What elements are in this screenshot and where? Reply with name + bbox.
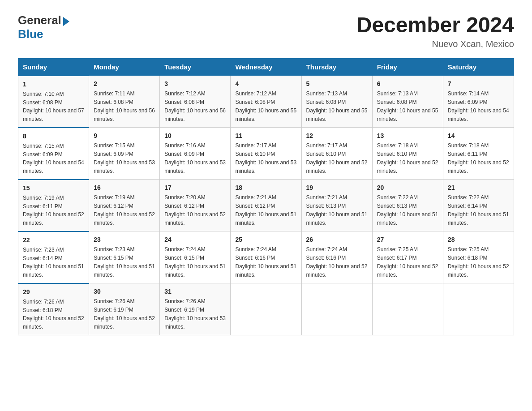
day-number: 27 (377, 235, 438, 244)
calendar-cell: 12Sunrise: 7:17 AMSunset: 6:10 PMDayligh… (301, 128, 372, 180)
calendar-cell: 13Sunrise: 7:18 AMSunset: 6:10 PMDayligh… (372, 128, 443, 180)
calendar-cell: 10Sunrise: 7:16 AMSunset: 6:09 PMDayligh… (160, 128, 231, 180)
column-header-saturday: Saturday (443, 58, 514, 76)
day-number: 17 (164, 183, 226, 193)
day-number: 8 (23, 132, 84, 141)
day-info: Sunrise: 7:12 AMSunset: 6:08 PMDaylight:… (164, 90, 226, 122)
day-info: Sunrise: 7:26 AMSunset: 6:19 PMDaylight:… (94, 298, 155, 330)
day-info: Sunrise: 7:19 AMSunset: 6:11 PMDaylight:… (23, 195, 84, 226)
calendar-week-row: 22Sunrise: 7:23 AMSunset: 6:14 PMDayligh… (18, 231, 514, 283)
day-info: Sunrise: 7:23 AMSunset: 6:14 PMDaylight:… (23, 247, 84, 278)
day-info: Sunrise: 7:24 AMSunset: 6:16 PMDaylight:… (235, 246, 296, 278)
calendar-cell: 28Sunrise: 7:25 AMSunset: 6:18 PMDayligh… (443, 231, 514, 283)
day-number: 11 (235, 131, 296, 141)
day-number: 9 (94, 131, 155, 141)
day-info: Sunrise: 7:15 AMSunset: 6:09 PMDaylight:… (23, 143, 84, 174)
calendar-cell: 3Sunrise: 7:12 AMSunset: 6:08 PMDaylight… (160, 76, 231, 128)
day-info: Sunrise: 7:16 AMSunset: 6:09 PMDaylight:… (164, 142, 226, 174)
calendar-cell: 24Sunrise: 7:24 AMSunset: 6:15 PMDayligh… (160, 231, 231, 283)
day-info: Sunrise: 7:25 AMSunset: 6:18 PMDaylight:… (448, 246, 509, 278)
day-info: Sunrise: 7:22 AMSunset: 6:14 PMDaylight:… (448, 194, 509, 226)
calendar-table: SundayMondayTuesdayWednesdayThursdayFrid… (18, 58, 514, 335)
day-number: 15 (23, 184, 84, 193)
calendar-cell: 26Sunrise: 7:24 AMSunset: 6:16 PMDayligh… (301, 231, 372, 283)
day-number: 24 (164, 235, 226, 244)
calendar-cell: 6Sunrise: 7:13 AMSunset: 6:08 PMDaylight… (372, 76, 443, 128)
day-number: 14 (448, 131, 509, 141)
column-header-monday: Monday (89, 58, 160, 76)
day-number: 5 (306, 79, 368, 89)
calendar-cell: 4Sunrise: 7:12 AMSunset: 6:08 PMDaylight… (231, 76, 301, 128)
day-info: Sunrise: 7:17 AMSunset: 6:10 PMDaylight:… (235, 142, 296, 174)
calendar-cell: 31Sunrise: 7:26 AMSunset: 6:19 PMDayligh… (160, 283, 231, 335)
day-info: Sunrise: 7:10 AMSunset: 6:08 PMDaylight:… (23, 91, 84, 122)
month-year-title: December 2024 (356, 13, 514, 37)
calendar-cell: 7Sunrise: 7:14 AMSunset: 6:09 PMDaylight… (443, 76, 514, 128)
calendar-week-row: 29Sunrise: 7:26 AMSunset: 6:18 PMDayligh… (18, 283, 514, 335)
logo-general-text: General (18, 13, 61, 27)
day-info: Sunrise: 7:24 AMSunset: 6:15 PMDaylight:… (164, 246, 226, 278)
day-number: 6 (377, 79, 438, 89)
day-info: Sunrise: 7:26 AMSunset: 6:18 PMDaylight:… (23, 299, 84, 330)
day-number: 20 (377, 183, 438, 193)
logo-arrow-icon (63, 17, 69, 26)
day-info: Sunrise: 7:17 AMSunset: 6:10 PMDaylight:… (306, 142, 368, 174)
day-number: 21 (448, 183, 509, 193)
day-info: Sunrise: 7:13 AMSunset: 6:08 PMDaylight:… (377, 90, 438, 122)
column-header-friday: Friday (372, 58, 443, 76)
day-info: Sunrise: 7:23 AMSunset: 6:15 PMDaylight:… (94, 246, 155, 278)
calendar-cell (301, 283, 372, 335)
day-info: Sunrise: 7:18 AMSunset: 6:11 PMDaylight:… (448, 142, 509, 174)
day-number: 25 (235, 235, 296, 244)
day-info: Sunrise: 7:25 AMSunset: 6:17 PMDaylight:… (377, 246, 438, 278)
day-number: 13 (377, 131, 438, 141)
day-number: 3 (164, 79, 226, 89)
day-number: 28 (448, 235, 509, 244)
calendar-cell: 5Sunrise: 7:13 AMSunset: 6:08 PMDaylight… (301, 76, 372, 128)
day-info: Sunrise: 7:13 AMSunset: 6:08 PMDaylight:… (306, 90, 368, 122)
calendar-cell (372, 283, 443, 335)
day-info: Sunrise: 7:19 AMSunset: 6:12 PMDaylight:… (94, 194, 155, 226)
calendar-header-row: SundayMondayTuesdayWednesdayThursdayFrid… (18, 58, 514, 76)
day-number: 4 (235, 79, 296, 89)
calendar-cell: 25Sunrise: 7:24 AMSunset: 6:16 PMDayligh… (231, 231, 301, 283)
column-header-tuesday: Tuesday (160, 58, 231, 76)
day-info: Sunrise: 7:20 AMSunset: 6:12 PMDaylight:… (164, 194, 226, 226)
day-info: Sunrise: 7:21 AMSunset: 6:12 PMDaylight:… (235, 194, 296, 226)
calendar-cell: 11Sunrise: 7:17 AMSunset: 6:10 PMDayligh… (231, 128, 301, 180)
location-subtitle: Nuevo Xcan, Mexico (356, 39, 514, 49)
logo: General Blue (18, 13, 69, 41)
day-info: Sunrise: 7:15 AMSunset: 6:09 PMDaylight:… (94, 142, 155, 174)
calendar-cell: 19Sunrise: 7:21 AMSunset: 6:13 PMDayligh… (301, 180, 372, 231)
day-number: 7 (448, 79, 509, 89)
calendar-week-row: 15Sunrise: 7:19 AMSunset: 6:11 PMDayligh… (18, 180, 514, 231)
day-number: 29 (23, 287, 84, 297)
day-info: Sunrise: 7:14 AMSunset: 6:09 PMDaylight:… (448, 90, 509, 122)
day-number: 10 (164, 131, 226, 141)
calendar-cell: 22Sunrise: 7:23 AMSunset: 6:14 PMDayligh… (18, 231, 89, 283)
calendar-cell: 18Sunrise: 7:21 AMSunset: 6:12 PMDayligh… (231, 180, 301, 231)
calendar-cell (231, 283, 301, 335)
day-info: Sunrise: 7:18 AMSunset: 6:10 PMDaylight:… (377, 142, 438, 174)
day-number: 1 (23, 80, 84, 89)
calendar-cell: 21Sunrise: 7:22 AMSunset: 6:14 PMDayligh… (443, 180, 514, 231)
calendar-cell (443, 283, 514, 335)
day-info: Sunrise: 7:11 AMSunset: 6:08 PMDaylight:… (94, 90, 155, 122)
calendar-week-row: 8Sunrise: 7:15 AMSunset: 6:09 PMDaylight… (18, 128, 514, 180)
calendar-cell: 8Sunrise: 7:15 AMSunset: 6:09 PMDaylight… (18, 128, 89, 180)
logo-blue-text: Blue (18, 27, 43, 41)
calendar-cell: 29Sunrise: 7:26 AMSunset: 6:18 PMDayligh… (18, 283, 89, 335)
day-number: 31 (164, 287, 226, 296)
calendar-cell: 15Sunrise: 7:19 AMSunset: 6:11 PMDayligh… (18, 180, 89, 231)
day-number: 12 (306, 131, 368, 141)
day-info: Sunrise: 7:24 AMSunset: 6:16 PMDaylight:… (306, 246, 368, 278)
calendar-cell: 23Sunrise: 7:23 AMSunset: 6:15 PMDayligh… (89, 231, 160, 283)
page-header: General Blue December 2024 Nuevo Xcan, M… (18, 13, 514, 49)
day-number: 22 (23, 235, 84, 245)
calendar-cell: 30Sunrise: 7:26 AMSunset: 6:19 PMDayligh… (89, 283, 160, 335)
calendar-cell: 20Sunrise: 7:22 AMSunset: 6:13 PMDayligh… (372, 180, 443, 231)
day-info: Sunrise: 7:12 AMSunset: 6:08 PMDaylight:… (235, 90, 296, 122)
calendar-cell: 27Sunrise: 7:25 AMSunset: 6:17 PMDayligh… (372, 231, 443, 283)
calendar-cell: 17Sunrise: 7:20 AMSunset: 6:12 PMDayligh… (160, 180, 231, 231)
column-header-wednesday: Wednesday (231, 58, 301, 76)
